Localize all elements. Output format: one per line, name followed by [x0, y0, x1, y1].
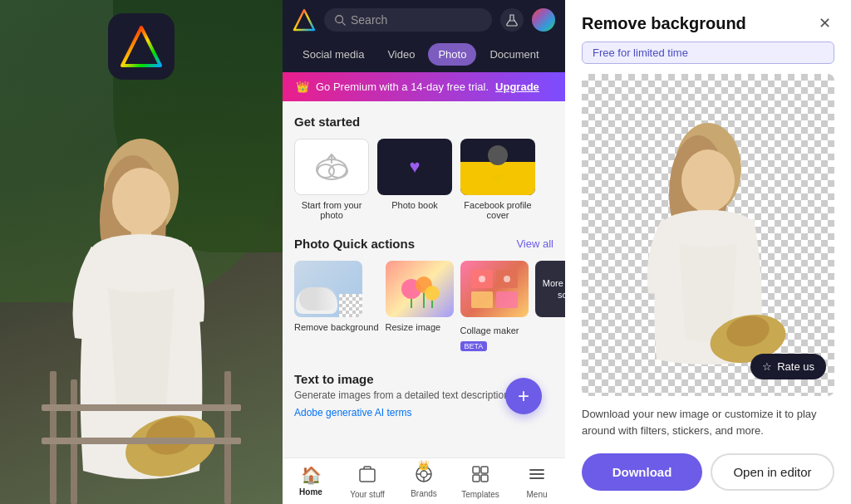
start-from-photo-label: Start from your photo: [294, 200, 369, 220]
home-label: Home: [299, 487, 322, 497]
photo-book-thumb: ♥: [377, 139, 452, 195]
woman-figure: [25, 56, 258, 504]
svg-marker-14: [294, 10, 314, 30]
beta-badge: BETA: [460, 341, 488, 351]
cloud-upload-icon: [311, 146, 352, 188]
background-photo: [0, 0, 283, 504]
star-icon: ☆: [762, 360, 772, 373]
preview-area: ☆ Rate us: [582, 74, 834, 396]
right-footer: Download Open in editor: [565, 445, 851, 504]
photo-book-card[interactable]: ♥ Photo book: [377, 139, 452, 220]
home-icon: 🏠: [301, 465, 322, 485]
collage-thumb: [460, 261, 529, 317]
start-from-photo-card[interactable]: Start from your photo: [294, 139, 369, 220]
rate-us-button[interactable]: ☆ Rate us: [750, 354, 826, 379]
tab-photo[interactable]: Photo: [428, 43, 476, 66]
templates-icon: [471, 465, 489, 487]
download-button[interactable]: Download: [582, 453, 702, 491]
left-panel: [0, 0, 283, 504]
view-all-button[interactable]: View all: [516, 237, 553, 250]
upgrade-link[interactable]: Upgrade: [495, 81, 539, 93]
your-stuff-label: Your stuff: [350, 490, 385, 499]
svg-point-32: [479, 276, 485, 282]
tab-document[interactable]: Document: [480, 43, 548, 66]
templates-label: Templates: [461, 490, 499, 499]
tab-social-media[interactable]: Social media: [293, 43, 374, 66]
crown-icon: 👑: [296, 81, 309, 93]
collage-image-icon: [470, 268, 519, 310]
facebook-profile-thumb: ♥: [460, 139, 535, 195]
search-placeholder: Search: [351, 13, 387, 27]
remove-bg-label: Remove background: [294, 322, 379, 332]
resize-image-label: Resize image: [386, 322, 454, 332]
nav-brands[interactable]: 👑 Brands: [396, 465, 452, 499]
get-started-title: Get started: [294, 115, 553, 129]
more-coming-thumb: More coming soon.: [535, 261, 565, 317]
nav-menu[interactable]: Menu: [509, 465, 565, 499]
tti-terms-link[interactable]: Adobe generative AI terms: [294, 407, 411, 418]
nav-tabs: Social media Video Photo Document: [283, 40, 565, 72]
menu-label: Menu: [526, 490, 547, 499]
adobe-logo-icon: [293, 8, 316, 32]
close-button[interactable]: ✕: [814, 13, 834, 33]
nav-your-stuff[interactable]: Your stuff: [339, 465, 396, 499]
svg-point-4: [112, 168, 170, 234]
nav-templates[interactable]: Templates: [452, 465, 509, 499]
svg-point-20: [329, 164, 347, 178]
open-in-editor-button[interactable]: Open in editor: [711, 453, 834, 491]
flowers-image-icon: [395, 268, 445, 310]
more-coming-text: More coming soon.: [540, 277, 565, 301]
heart-purple-icon: ♥: [409, 156, 420, 178]
free-badge: Free for limited time: [582, 42, 834, 64]
heart-yellow-icon: ♥: [492, 168, 503, 189]
bottom-nav: 🏠 Home Your stuff 👑: [283, 458, 565, 504]
your-stuff-icon: [358, 465, 376, 487]
preview-woman-figure: [625, 102, 791, 368]
svg-rect-34: [360, 469, 375, 482]
quick-action-cards: Remove background Resize image: [294, 261, 553, 352]
svg-rect-43: [473, 475, 480, 482]
collage-maker-label: Collage maker: [460, 325, 519, 335]
search-icon: [334, 14, 346, 26]
svg-point-50: [681, 149, 735, 213]
brands-icon-wrapper: 👑: [415, 465, 433, 487]
middle-panel: Search Social media Video Photo Document…: [283, 0, 565, 504]
svg-rect-42: [481, 467, 488, 473]
menu-icon: [528, 465, 546, 487]
get-started-cards: Start from your photo ♥ Photo book ♥ Fac…: [294, 139, 553, 220]
flask-icon: [505, 13, 519, 27]
svg-rect-13: [42, 438, 241, 444]
quick-actions-header: Photo Quick actions View all: [294, 237, 553, 251]
download-description: Download your new image or customize it …: [565, 396, 851, 445]
right-panel: Remove background ✕ Free for limited tim…: [565, 0, 851, 504]
svg-rect-31: [496, 291, 518, 308]
app-header: Search: [283, 0, 565, 40]
facebook-profile-label: Facebook profile cover: [460, 200, 535, 220]
start-from-photo-thumb: [294, 139, 369, 195]
right-panel-header: Remove background ✕: [565, 0, 851, 42]
svg-rect-44: [481, 475, 488, 482]
tab-video[interactable]: Video: [377, 43, 425, 66]
app-icon: [108, 13, 175, 80]
resize-image-card[interactable]: Resize image: [386, 261, 454, 352]
quick-actions-title: Photo Quick actions: [294, 237, 415, 251]
premium-text: Go Premium with a 14-day free trial.: [316, 81, 489, 93]
photo-book-label: Photo book: [391, 200, 438, 210]
remove-bg-thumb: [294, 261, 362, 317]
svg-point-24: [425, 286, 440, 301]
labs-icon-button[interactable]: [500, 8, 524, 32]
more-coming-card: More coming soon.: [535, 261, 565, 352]
svg-line-16: [342, 22, 346, 26]
collage-maker-card[interactable]: Collage maker BETA: [460, 261, 529, 352]
resize-thumb: [386, 261, 454, 317]
crown-badge-icon: 👑: [418, 460, 430, 471]
language-icon-button[interactable]: [532, 8, 555, 32]
main-content: Get started Start from your photo: [283, 101, 565, 458]
nav-home[interactable]: 🏠 Home: [283, 465, 339, 499]
remove-bg-card[interactable]: Remove background: [294, 261, 379, 352]
premium-banner[interactable]: 👑 Go Premium with a 14-day free trial. U…: [283, 72, 565, 101]
search-bar[interactable]: Search: [324, 8, 492, 32]
fab-add-button[interactable]: +: [505, 378, 542, 414]
facebook-profile-card[interactable]: ♥ Facebook profile cover: [460, 139, 535, 220]
svg-rect-12: [42, 404, 241, 411]
